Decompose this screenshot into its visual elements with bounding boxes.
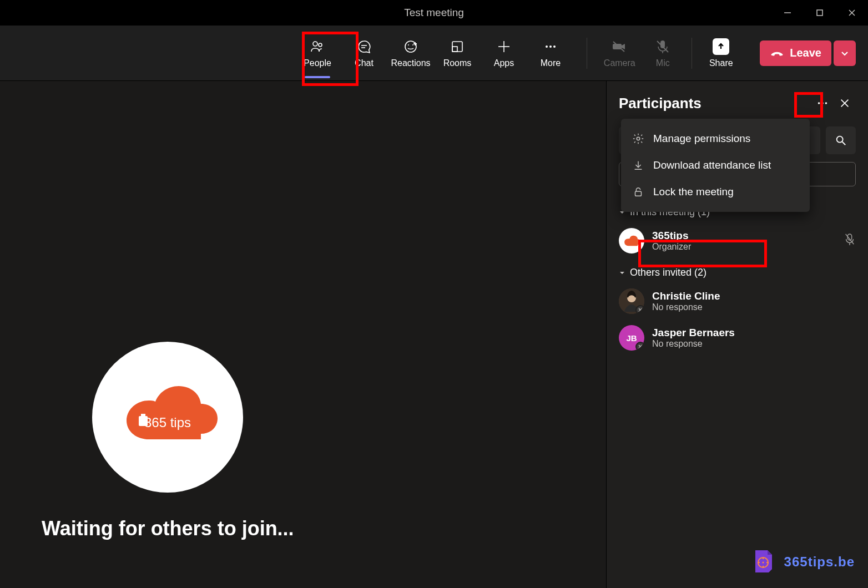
- download-attendance-label: Download attendance list: [653, 159, 771, 171]
- participant-role: Organizer: [652, 242, 836, 252]
- svg-point-16: [549, 45, 552, 48]
- window-title: Test meeting: [404, 7, 464, 19]
- mic-off-icon: [655, 38, 670, 55]
- invitee-name: Jasper Bernaers: [652, 327, 856, 339]
- watermark-text: 365tips.be: [784, 554, 855, 570]
- reactions-icon: [403, 38, 418, 55]
- waiting-text: Waiting for others to join...: [42, 517, 294, 540]
- participant-name: 365tips: [652, 230, 836, 242]
- rooms-tab[interactable]: Rooms: [434, 32, 481, 75]
- participants-more-menu: Manage permissions Download attendance l…: [621, 119, 810, 212]
- svg-rect-12: [452, 47, 457, 52]
- camera-off-icon: [612, 38, 627, 55]
- hangup-icon: [770, 46, 784, 60]
- lock-meeting-label: Lock the meeting: [653, 186, 734, 198]
- leave-button[interactable]: Leave: [760, 40, 831, 66]
- more-icon: [816, 97, 829, 109]
- minimize-button[interactable]: [771, 0, 804, 26]
- meeting-stage: 365 tips Waiting for others to join...: [0, 81, 606, 588]
- share-button[interactable]: Share: [701, 38, 741, 68]
- svg-point-9: [408, 44, 409, 45]
- content-area: 365 tips Waiting for others to join... P…: [0, 81, 868, 588]
- invitee-name: Christie Cline: [652, 290, 856, 302]
- svg-point-26: [825, 102, 827, 104]
- chat-tab[interactable]: Chat: [341, 32, 387, 75]
- others-invited-label: Others invited (2): [630, 267, 706, 278]
- camera-label: Camera: [604, 58, 635, 68]
- manage-permissions-item[interactable]: Manage permissions: [621, 125, 810, 152]
- download-attendance-item[interactable]: Download attendance list: [621, 152, 810, 179]
- share-label: Share: [709, 58, 733, 68]
- gear-icon: [632, 133, 644, 145]
- manage-permissions-label: Manage permissions: [653, 133, 750, 145]
- rooms-label: Rooms: [443, 58, 472, 68]
- people-icon: [310, 38, 325, 55]
- chat-label: Chat: [355, 58, 374, 68]
- panel-close-button[interactable]: [834, 92, 856, 114]
- leave-dropdown[interactable]: [834, 40, 856, 66]
- chat-icon: [356, 38, 372, 55]
- avatar-text: 365 tips: [144, 415, 191, 430]
- participants-panel: Participants Manage permissions Download…: [606, 81, 868, 588]
- invite-search-button[interactable]: [826, 126, 856, 154]
- search-icon: [835, 134, 847, 146]
- panel-title: Participants: [619, 95, 811, 112]
- status-unknown-icon: [635, 342, 644, 351]
- rooms-icon: [450, 38, 465, 55]
- caret-down-icon: [619, 270, 625, 276]
- invitee-status: No response: [652, 339, 856, 349]
- close-icon: [839, 97, 851, 109]
- more-tab[interactable]: More: [527, 32, 574, 75]
- toolbar-separator: [692, 38, 692, 69]
- svg-point-10: [412, 44, 413, 45]
- apps-tab[interactable]: Apps: [481, 32, 527, 75]
- participant-row[interactable]: 365tips Organizer: [619, 222, 856, 259]
- svg-point-31: [837, 136, 843, 143]
- mic-muted-icon: [844, 232, 856, 249]
- maximize-button[interactable]: [804, 0, 836, 26]
- svg-point-25: [821, 102, 824, 104]
- reactions-label: Reactions: [391, 58, 430, 68]
- svg-point-15: [546, 45, 548, 48]
- svg-rect-1: [817, 10, 822, 16]
- svg-point-43: [762, 562, 764, 564]
- leave-label: Leave: [790, 47, 821, 59]
- window-controls: [771, 0, 868, 26]
- meeting-toolbar: People Chat Reactions Rooms Apps: [0, 26, 868, 81]
- invitee-row[interactable]: Christie Cline No response: [619, 283, 856, 320]
- more-label: More: [541, 58, 561, 68]
- status-unknown-icon: [635, 305, 644, 314]
- camera-toggle[interactable]: Camera: [596, 32, 643, 75]
- close-button[interactable]: [836, 0, 868, 26]
- avatar: JB: [619, 325, 644, 351]
- others-invited-section[interactable]: Others invited (2): [619, 262, 856, 283]
- titlebar: Test meeting: [0, 0, 868, 26]
- invitee-row[interactable]: JB Jasper Bernaers No response: [619, 320, 856, 356]
- watermark-logo-icon: [751, 548, 779, 576]
- avatar: [619, 228, 644, 254]
- svg-point-8: [405, 41, 416, 52]
- invitee-status: No response: [652, 302, 856, 312]
- share-icon: [713, 38, 729, 55]
- svg-line-32: [842, 142, 846, 145]
- lock-open-icon: [632, 186, 644, 198]
- mic-label: Mic: [656, 58, 670, 68]
- lock-meeting-item[interactable]: Lock the meeting: [621, 179, 810, 205]
- toolbar-separator: [587, 38, 587, 69]
- self-avatar: 365 tips: [92, 342, 243, 493]
- apps-label: Apps: [494, 58, 514, 68]
- watermark: 365tips.be: [751, 548, 855, 576]
- svg-rect-30: [635, 191, 642, 196]
- svg-point-17: [553, 45, 556, 48]
- download-icon: [632, 159, 644, 171]
- svg-rect-22: [139, 416, 148, 426]
- mic-toggle[interactable]: Mic: [643, 32, 683, 75]
- people-label: People: [304, 58, 331, 68]
- reactions-tab[interactable]: Reactions: [387, 32, 434, 75]
- more-icon: [543, 38, 558, 55]
- avatar-initials: JB: [626, 333, 637, 343]
- panel-more-button[interactable]: [811, 92, 834, 114]
- svg-point-29: [637, 137, 640, 140]
- svg-point-4: [313, 42, 317, 46]
- people-tab[interactable]: People: [294, 32, 341, 75]
